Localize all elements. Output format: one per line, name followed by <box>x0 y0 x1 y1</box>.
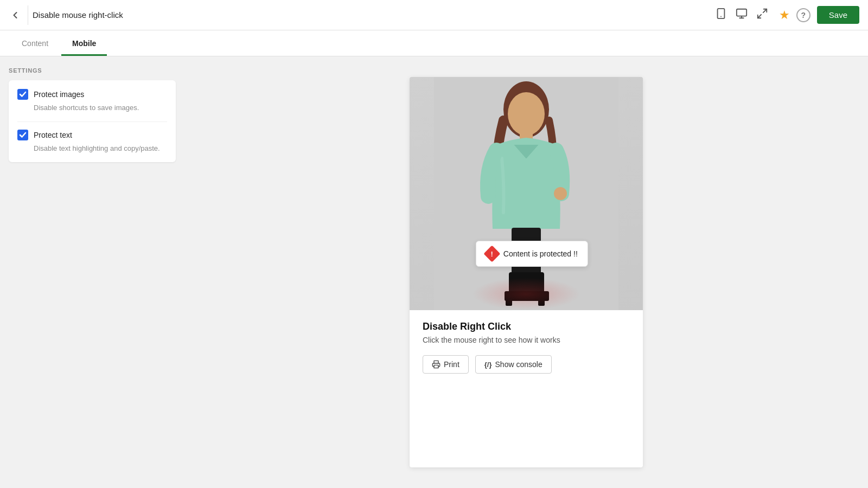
svg-point-11 <box>554 187 567 200</box>
svg-rect-20 <box>434 365 438 368</box>
mobile-icon[interactable] <box>713 5 729 24</box>
svg-point-9 <box>508 92 545 136</box>
preview-title: Disable Right Click <box>423 321 630 332</box>
print-icon <box>432 360 441 369</box>
protected-tooltip: Content is protected !! <box>476 241 588 267</box>
console-icon: {/} <box>484 361 492 369</box>
setting-protect-text: Protect text Disable text highlighting a… <box>17 130 167 153</box>
back-button[interactable] <box>9 5 28 25</box>
protect-text-title: Protect text <box>34 131 72 139</box>
svg-rect-2 <box>737 9 746 16</box>
setting-protect-images: Protect images Disable shortcuts to save… <box>17 89 167 113</box>
svg-line-6 <box>758 15 761 18</box>
show-console-label: Show console <box>495 360 542 369</box>
star-icon[interactable]: ★ <box>779 8 790 22</box>
protect-images-desc: Disable shortcuts to save images. <box>34 103 167 113</box>
page-title: Disable mouse right-click <box>33 10 713 20</box>
protect-images-checkbox[interactable] <box>17 89 28 100</box>
fashion-figure <box>410 77 643 310</box>
preview-image: Content is protected !! <box>410 77 643 310</box>
print-button[interactable]: Print <box>423 355 469 374</box>
preview-card: Content is protected !! Disable Right Cl… <box>410 77 643 467</box>
preview-content: Disable Right Click Click the mouse righ… <box>410 310 643 374</box>
desktop-icon[interactable] <box>733 5 750 24</box>
protected-tooltip-text: Content is protected !! <box>503 249 578 258</box>
left-panel: SETTINGS Protect images Disable shortcut… <box>0 56 184 488</box>
save-button[interactable]: Save <box>817 6 859 24</box>
settings-divider <box>17 121 167 122</box>
right-panel: Content is protected !! Disable Right Cl… <box>184 56 868 488</box>
setting-protect-images-row: Protect images <box>17 89 167 100</box>
help-icon[interactable]: ? <box>796 8 810 22</box>
tab-mobile[interactable]: Mobile <box>61 33 107 56</box>
main-layout: SETTINGS Protect images Disable shortcut… <box>0 56 868 488</box>
expand-icon[interactable] <box>754 5 770 24</box>
fashion-svg <box>434 77 618 310</box>
preview-subtitle: Click the mouse right to see how it work… <box>423 336 630 344</box>
protect-text-checkbox[interactable] <box>17 130 28 140</box>
tab-bar: Content Mobile <box>0 30 868 56</box>
setting-protect-text-row: Protect text <box>17 130 167 140</box>
device-icons <box>713 5 770 24</box>
svg-line-5 <box>763 9 767 12</box>
red-glow <box>472 278 580 310</box>
show-console-button[interactable]: {/} Show console <box>475 355 552 374</box>
header: Disable mouse right-click ★ ? Save <box>0 0 868 30</box>
header-right: ★ ? Save <box>779 6 859 24</box>
protected-diamond-icon <box>483 245 500 262</box>
settings-label: SETTINGS <box>9 67 176 74</box>
settings-card: Protect images Disable shortcuts to save… <box>9 80 176 162</box>
protect-images-title: Protect images <box>34 90 84 99</box>
tab-content[interactable]: Content <box>11 33 59 56</box>
preview-actions: Print {/} Show console <box>423 355 630 374</box>
protect-text-desc: Disable text highlighting and copy/paste… <box>34 144 167 153</box>
print-label: Print <box>444 360 459 369</box>
